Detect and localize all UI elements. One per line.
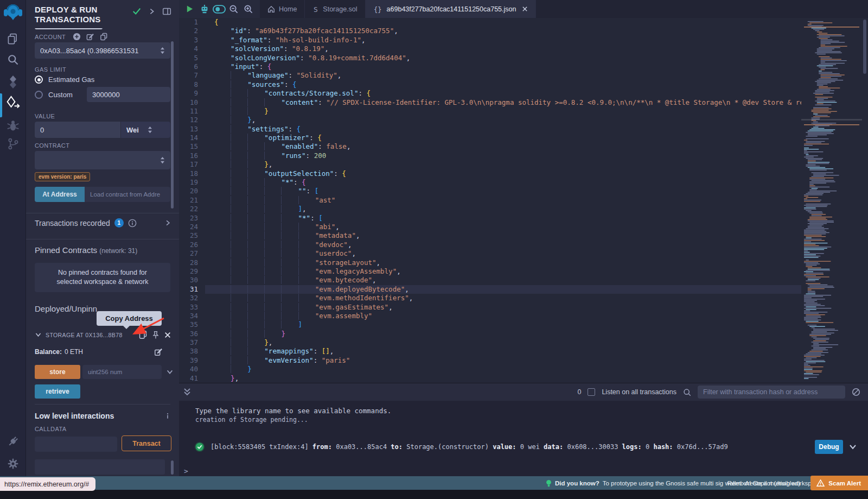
code-line[interactable]: ], [205, 205, 801, 213]
code-line[interactable]: "contracts/Storage.sol": { [205, 89, 801, 98]
code-line[interactable]: "solcVersion": "0.8.19", [205, 45, 801, 53]
store-button[interactable]: store [35, 365, 80, 379]
expand-transactions-icon[interactable] [164, 219, 171, 226]
code-line[interactable]: "devdoc", [205, 241, 801, 249]
code-line[interactable]: "language": "Solidity", [205, 71, 801, 80]
code-line[interactable]: } [205, 365, 801, 374]
zoom-in-icon[interactable] [241, 0, 256, 18]
code-line[interactable]: "*": { [205, 178, 801, 187]
code-line[interactable]: }, [205, 160, 801, 169]
sign-message-icon[interactable] [86, 33, 94, 41]
plugin-manager-icon[interactable] [0, 434, 26, 449]
remix-logo[interactable] [0, 3, 26, 22]
copilot-status[interactable]: RemixAI Copilot (enabled) [727, 476, 800, 490]
low-level-info-icon[interactable] [164, 412, 171, 420]
pin-panel-icon[interactable] [162, 7, 171, 16]
contract-select[interactable] [35, 151, 170, 169]
tab-storage-sol[interactable]: S Storage.sol [305, 0, 365, 18]
value-unit-select[interactable]: Wei [121, 122, 170, 138]
code-line[interactable]: "evm.methodIdentifiers", [205, 294, 801, 302]
code-line[interactable]: "metadata", [205, 231, 801, 240]
collapse-terminal-icon[interactable] [183, 388, 191, 396]
code-line[interactable]: }, [205, 338, 801, 347]
file-explorer-icon[interactable] [0, 33, 26, 46]
code-line[interactable]: "evm.legacyAssembly", [205, 267, 801, 276]
search-icon[interactable] [0, 53, 26, 66]
contract-instance-header[interactable]: STORAGE AT 0X136...8B78 [35, 330, 171, 339]
transaction-log-row[interactable]: [block:5583405 txIndex:4] from: 0xa03...… [179, 439, 868, 455]
copy-address-icon[interactable] [138, 330, 148, 339]
edit-balance-icon[interactable] [154, 348, 163, 356]
code-line[interactable]: "ast" [205, 196, 801, 205]
custom-gas-radio[interactable]: Custom [35, 91, 73, 99]
settings-gear-icon[interactable] [0, 457, 26, 470]
info-icon[interactable] [128, 219, 137, 228]
code-line[interactable]: "runs": 200 [205, 151, 801, 160]
code-line[interactable]: }, [205, 374, 801, 383]
minimap[interactable] [801, 18, 862, 383]
expand-log-icon[interactable] [848, 443, 857, 451]
code-line[interactable]: "evmVersion": "paris" [205, 356, 801, 365]
code-line[interactable]: "userdoc", [205, 249, 801, 258]
code-line[interactable]: "solcLongVersion": "0.8.19+commit.7dd6d4… [205, 54, 801, 62]
code-line[interactable]: "enabled": false, [205, 142, 801, 151]
copy-account-icon[interactable] [100, 33, 108, 41]
deploy-run-icon[interactable] [0, 96, 26, 111]
filter-input[interactable] [698, 386, 845, 399]
estimated-gas-radio[interactable]: Estimated Gas [35, 75, 94, 84]
listen-checkbox[interactable] [588, 388, 595, 396]
code-line[interactable]: "evm.deployedBytecode", [205, 285, 801, 294]
code-line[interactable]: "evm.gasEstimates", [205, 303, 801, 312]
terminal-prompt[interactable]: > [179, 467, 868, 475]
code-line[interactable]: { [205, 18, 801, 27]
at-address-input[interactable] [85, 187, 170, 202]
tab-home[interactable]: Home [260, 0, 305, 18]
scam-alert-button[interactable]: Scam Alert [810, 476, 868, 490]
code-line[interactable]: "id": "a69b43f277ba20fcac141151250ca755"… [205, 27, 801, 35]
run-script-icon[interactable] [182, 0, 197, 18]
code-line[interactable]: "remappings": [], [205, 347, 801, 356]
account-select[interactable]: 0xA03...85ac4 (0.39866531531 [35, 42, 170, 59]
code-line[interactable]: "_format": "hh-sol-build-info-1", [205, 36, 801, 45]
code-line[interactable]: "settings": { [205, 125, 801, 134]
code-line[interactable]: "*": [ [205, 214, 801, 223]
code-line[interactable]: "content": "// SPDX-License-Identifier: … [205, 98, 801, 107]
code-line[interactable]: "abi", [205, 223, 801, 231]
gas-limit-input[interactable] [87, 87, 170, 102]
panel-scrollbar-thumb[interactable] [171, 41, 174, 209]
clear-filter-icon[interactable] [852, 388, 860, 396]
toggle-icon[interactable] [212, 0, 226, 18]
code-line[interactable]: } [205, 107, 801, 116]
at-address-button[interactable]: At Address [35, 187, 85, 202]
close-instance-icon[interactable] [164, 331, 171, 339]
code-line[interactable]: } [205, 330, 801, 338]
transact-button[interactable]: Transact [122, 435, 171, 451]
git-branch-icon[interactable] [0, 137, 26, 151]
solidity-compiler-icon[interactable] [0, 75, 26, 89]
code-line[interactable]: "evm.assembly" [205, 312, 801, 320]
code-line[interactable]: ] [205, 320, 801, 329]
debug-button[interactable]: Debug [815, 440, 843, 454]
code-line[interactable]: "input": { [205, 62, 801, 71]
panel-scrollbar-thumb[interactable] [171, 460, 174, 475]
editor-scrollbar-thumb[interactable] [863, 20, 866, 74]
code-line[interactable]: "optimizer": { [205, 134, 801, 142]
zoom-out-icon[interactable] [226, 0, 241, 18]
code-line[interactable]: "evm.bytecode", [205, 276, 801, 285]
add-account-icon[interactable] [73, 33, 81, 41]
code-content[interactable]: { "id": "a69b43f277ba20fcac141151250ca75… [205, 18, 801, 383]
expand-store-icon[interactable] [166, 368, 174, 376]
code-line[interactable]: }, [205, 116, 801, 124]
chevron-right-icon[interactable] [148, 8, 156, 15]
remixai-robot-icon[interactable] [197, 0, 212, 18]
debugger-bug-icon[interactable] [0, 119, 26, 132]
code-line[interactable]: "sources": { [205, 80, 801, 89]
chevron-down-icon[interactable] [35, 331, 42, 338]
store-arg-input[interactable] [82, 365, 162, 379]
retrieve-button[interactable]: retrieve [35, 384, 80, 399]
pin-contract-icon[interactable] [151, 331, 160, 339]
code-line[interactable]: "": [ [205, 187, 801, 195]
code-line[interactable]: "storageLayout", [205, 258, 801, 267]
value-input[interactable] [35, 122, 120, 138]
calldata-input[interactable] [35, 437, 117, 452]
